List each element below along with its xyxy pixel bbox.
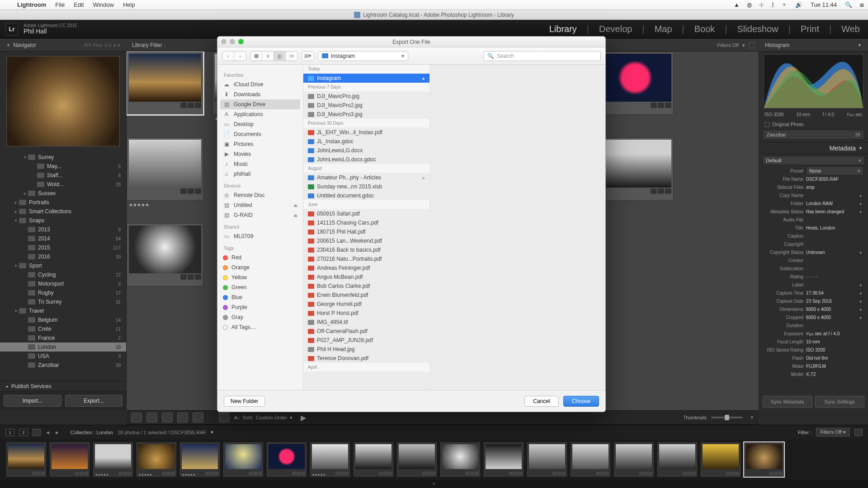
meta-rating[interactable]: Rating· · · · ·	[759, 272, 868, 281]
navigator-zoom-modes[interactable]: FIT FILL 1:1 1:4	[84, 43, 120, 47]
file-item[interactable]: Bob Carlos Clarke.pdf	[303, 282, 429, 291]
chevron-down-icon[interactable]: ▾	[211, 429, 213, 435]
status-volume-icon[interactable]: 🔊	[792, 1, 806, 8]
menu-file[interactable]: File	[51, 1, 69, 8]
meta-flash[interactable]: FlashDid not fire	[759, 354, 868, 362]
sidebar-item-ml0709[interactable]: ▭ML0709	[217, 231, 303, 241]
metadata-panel-title[interactable]: Metadata	[830, 145, 856, 152]
filmstrip-cell[interactable]	[354, 442, 393, 477]
meta-folder[interactable]: FolderLondon RAW▸	[759, 199, 868, 207]
sidebar-item-music[interactable]: ♪Music	[217, 159, 303, 169]
module-slideshow[interactable]: Slideshow	[737, 24, 778, 34]
histogram-toggle-icon[interactable]: ▼	[858, 43, 862, 47]
folder-travel[interactable]: ▾Travel	[0, 306, 126, 315]
file-item[interactable]: JL_Instax.gdoc	[303, 137, 429, 146]
filmstrip-cell[interactable]	[93, 442, 133, 477]
sidebar-item-pictures[interactable]: ▣Pictures	[217, 139, 303, 149]
spotlight-icon[interactable]: 🔍	[841, 1, 856, 8]
file-item[interactable]: Amateur Ph...phy - Articles▸	[303, 173, 429, 182]
filmstrip-cell[interactable]	[223, 442, 263, 477]
filmstrip-cell[interactable]	[6, 442, 46, 477]
finder-column-2[interactable]	[430, 65, 605, 390]
sidebar-item-downloads[interactable]: ⬇Downloads	[217, 89, 303, 99]
folder-staff-[interactable]: Staff...6	[0, 171, 126, 180]
module-web[interactable]: Web	[841, 24, 860, 34]
sidebar-item-philhall[interactable]: ⌂philhall	[217, 169, 303, 179]
filmstrip-cell[interactable]	[137, 442, 176, 477]
cancel-button[interactable]: Cancel	[524, 396, 558, 407]
meta-focal-length[interactable]: Focal Length10 mm	[759, 338, 868, 346]
file-item[interactable]: Terence Donovan.pdf	[303, 354, 429, 363]
filmstrip-collection[interactable]: Collection : London	[71, 430, 113, 435]
meta-sidecar-files[interactable]: Sidecar Filesxmp	[759, 183, 868, 191]
status-bluetooth-icon[interactable]: ᛒ	[768, 1, 778, 8]
folder-tri-surrey[interactable]: Tri Surrey31	[0, 297, 126, 306]
folder-france[interactable]: France2	[0, 333, 126, 343]
slideshow-play-button[interactable]: ▶	[301, 413, 306, 422]
filmstrip-cell[interactable]	[50, 442, 90, 477]
main-window-button[interactable]: 1	[5, 429, 14, 436]
notification-center-icon[interactable]: ≣	[856, 1, 868, 8]
module-print[interactable]: Print	[801, 24, 819, 34]
sync-settings-button[interactable]: Sync Settings	[815, 396, 865, 408]
file-item[interactable]: JohnLewisLG.docx	[303, 146, 429, 155]
search-field[interactable]: 🔍 Search	[483, 51, 601, 61]
file-item[interactable]: Sunday new...rm 2015.xlsb	[303, 182, 429, 191]
filmstrip-cell[interactable]	[440, 442, 480, 477]
people-view-button[interactable]	[193, 413, 203, 422]
finder-column-1[interactable]: TodayInstagram▸Previous 7 DaysDJI_MavicP…	[303, 65, 430, 390]
metadata-set-combo[interactable]: Default▾	[763, 156, 864, 165]
filmstrip-cell[interactable]	[701, 442, 741, 477]
grid-cell[interactable]	[127, 137, 203, 201]
filmstrip-cell[interactable]	[657, 442, 697, 477]
file-item[interactable]: 141115 Chasing Cars.pdf	[303, 218, 429, 227]
loupe-view-button[interactable]	[146, 413, 157, 422]
folder-sport[interactable]: ▾Sport	[0, 261, 126, 270]
file-item[interactable]: Phil H Head.jpg	[303, 345, 429, 354]
module-library[interactable]: Library	[549, 24, 577, 34]
sidebar-item-red[interactable]: Red	[217, 253, 303, 263]
meta-cropped[interactable]: Cropped6000 x 4000▸	[759, 313, 868, 321]
meta-model[interactable]: ModelX-T2	[759, 370, 868, 378]
navigator-preview[interactable]	[6, 56, 120, 146]
folder-zanzibar[interactable]: Zanzibar39	[0, 361, 126, 370]
module-map[interactable]: Map	[655, 24, 672, 34]
status-sync-icon[interactable]: ◍	[743, 1, 755, 8]
meta-iso-speed-rating[interactable]: ISO Speed RatingISO 3200	[759, 346, 868, 354]
sidebar-item-google-drive[interactable]: ▤Google Drive	[220, 99, 300, 109]
export-button[interactable]: Export...	[65, 395, 123, 407]
meta-file-name[interactable]: File NameDSCF3055.RAF	[759, 175, 868, 183]
chevron-down-icon[interactable]: ▾	[290, 415, 292, 421]
traffic-zoom[interactable]	[238, 39, 244, 44]
sidebar-item-untitled[interactable]: ▤Untitled⏏	[217, 200, 303, 210]
grid-jump-button[interactable]	[33, 429, 41, 436]
file-item[interactable]: Erwin Blumenfeld.pdf	[303, 291, 429, 300]
nav-back-button[interactable]: ‹	[222, 52, 234, 61]
traffic-min[interactable]	[230, 39, 235, 44]
folder-path-dropdown[interactable]: Instagram▾	[318, 51, 408, 61]
sync-metadata-button[interactable]: Sync Metadata	[763, 396, 812, 408]
folder-2013[interactable]: 20139	[0, 225, 126, 234]
folder-belgium[interactable]: Belgium14	[0, 315, 126, 324]
folder-smart-collections[interactable]: ▸Smart Collections	[0, 207, 126, 216]
filmstrip-cell[interactable]	[484, 442, 524, 477]
keyword-entry[interactable]: Zanzibar39	[763, 130, 864, 140]
meta-sublocation[interactable]: Sublocation	[759, 264, 868, 272]
meta-exposure[interactable]: Exposure¹⁄₁₂₅ sec at f / 4.0	[759, 329, 868, 338]
app-menu[interactable]: Lightroom	[13, 1, 51, 8]
folder-rugby[interactable]: Rugby17	[0, 288, 126, 297]
menu-window[interactable]: Window	[89, 1, 118, 8]
filmstrip-cell[interactable]	[571, 442, 610, 477]
publish-services-header[interactable]: ▸Publish Services	[0, 381, 126, 391]
meta-duration[interactable]: Duration	[759, 321, 868, 329]
navigator-toggle-icon[interactable]: ▼	[6, 43, 10, 47]
file-item[interactable]: 180715 Phil Hall.pdf	[303, 227, 429, 236]
file-item[interactable]: Instagram▸	[303, 74, 429, 83]
sidebar-item-orange[interactable]: Orange	[217, 263, 303, 272]
folder-motorsport[interactable]: Motorsport8	[0, 279, 126, 288]
sidebar-item-blue[interactable]: Blue	[217, 292, 303, 302]
filter-lock-icon[interactable]	[749, 42, 755, 48]
survey-view-button[interactable]	[177, 413, 188, 422]
filmstrip-cell[interactable]	[397, 442, 437, 477]
list-view-button[interactable]: ≡	[262, 52, 274, 61]
